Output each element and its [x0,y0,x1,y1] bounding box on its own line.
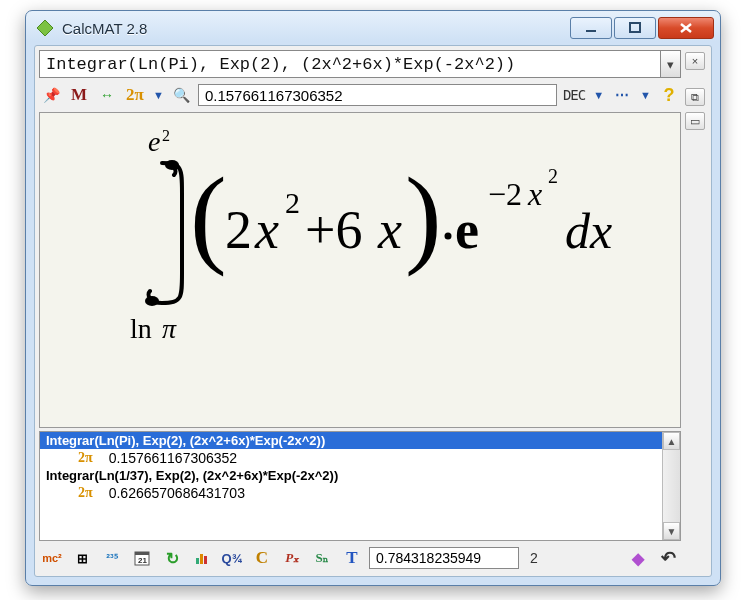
more-button[interactable]: ⋯ [610,84,634,106]
svg-point-8 [145,296,159,306]
twopi-icon: 2π [78,450,93,466]
svg-text:x: x [254,200,279,260]
more-dropdown[interactable]: ▼ [638,89,653,101]
mode-label[interactable]: DEC [561,84,587,106]
window-controls [568,17,714,39]
window-title: CalcMAT 2.8 [62,20,560,37]
Px-button[interactable]: Pₓ [279,547,305,569]
top-toolbar: 📌 M ↔ 2π ▼ 🔍 DEC ▼ ⋯ ▼ ? [39,81,681,109]
Q-button[interactable]: Q¾ [219,547,245,569]
svg-rect-1 [586,30,596,32]
twopi-dropdown[interactable]: ▼ [151,89,166,101]
redo-button[interactable]: ↻ [159,547,185,569]
svg-rect-28 [200,554,203,564]
grid-button[interactable]: ⊞ [69,547,95,569]
side-copy-button[interactable]: ⧉ [685,88,705,106]
side-column: × ⧉ ▭ [685,50,707,572]
svg-text:e: e [148,126,160,157]
history-value-text: 0.157661167306352 [109,450,237,466]
resize-button[interactable]: ↔ [95,84,119,106]
svg-rect-29 [204,556,207,564]
svg-text:−2: −2 [488,176,522,212]
svg-text:21: 21 [138,556,147,565]
history-scrollbar[interactable]: ▲ ▼ [662,432,680,540]
scroll-down-button[interactable]: ▼ [663,522,680,540]
svg-text:2: 2 [162,127,170,144]
T-button[interactable]: T [339,547,365,569]
calendar-button[interactable]: 21 [129,547,155,569]
math-rendering: e 2 ln π ( 2 x 2 +6 x [90,123,670,353]
history-item-expr[interactable]: Integrar(Ln(1/37), Exp(2), (2x^2+6x)*Exp… [40,467,680,484]
scroll-track[interactable] [663,450,680,522]
svg-text:x: x [527,176,542,212]
svg-text:2: 2 [225,200,252,260]
formula-dropdown-button[interactable]: ▾ [661,50,681,78]
formula-bar: ▾ [39,50,681,78]
side-mini-button[interactable]: ▭ [685,112,705,130]
minimize-button[interactable] [570,17,612,39]
history-item-expr[interactable]: Integrar(Ln(Pi), Exp(2), (2x^2+6x)*Exp(-… [40,432,680,449]
svg-point-18 [445,233,452,240]
undo-button[interactable]: ↶ [655,547,681,569]
bottom-toolbar: mc² ⊞ ²³⁵ 21 ↻ Q¾ C Pₓ Sₙ T 2 ◆ ↶ [39,544,681,572]
client-area: ▾ 📌 M ↔ 2π ▼ 🔍 DEC ▼ ⋯ ▼ ? [34,45,712,577]
formula-input[interactable] [39,50,661,78]
app-icon [36,19,54,37]
mc2-button[interactable]: mc² [39,547,65,569]
C-button[interactable]: C [249,547,275,569]
stats-button[interactable] [189,547,215,569]
svg-text:π: π [162,313,177,344]
numbers-button[interactable]: ²³⁵ [99,547,125,569]
pin-button[interactable]: 📌 [39,84,63,106]
titlebar: CalcMAT 2.8 [26,11,720,45]
maximize-button[interactable] [614,17,656,39]
scroll-up-button[interactable]: ▲ [663,432,680,450]
svg-point-7 [165,160,179,170]
main-column: ▾ 📌 M ↔ 2π ▼ 🔍 DEC ▼ ⋯ ▼ ? [39,50,681,572]
magnify-button[interactable]: 🔍 [170,84,194,106]
clear-button[interactable]: ◆ [625,547,651,569]
app-window: CalcMAT 2.8 ▾ 📌 M ↔ [25,10,721,586]
svg-marker-0 [37,20,53,36]
page-number: 2 [523,550,545,566]
svg-text:(: ( [190,155,227,277]
help-button[interactable]: ? [657,84,681,106]
Sn-button[interactable]: Sₙ [309,547,335,569]
svg-text:): ) [405,155,442,277]
svg-text:+6: +6 [305,200,362,260]
history-panel: Integrar(Ln(Pi), Exp(2), (2x^2+6x)*Exp(-… [39,431,681,541]
history-item-value[interactable]: 2π 0.157661167306352 [40,449,680,467]
mode-dropdown[interactable]: ▼ [591,89,606,101]
svg-text:ln: ln [130,313,152,344]
history-list: Integrar(Ln(Pi), Exp(2), (2x^2+6x)*Exp(-… [40,432,680,502]
memory-button[interactable]: M [67,84,91,106]
math-display: e 2 ln π ( 2 x 2 +6 x [39,112,681,428]
svg-rect-2 [630,23,640,32]
svg-text:2: 2 [548,165,558,187]
svg-text:2: 2 [285,186,300,219]
twopi-icon: 2π [78,485,93,501]
result-field[interactable] [198,84,557,106]
svg-rect-27 [196,558,199,564]
svg-text:x: x [377,200,402,260]
svg-rect-25 [135,552,149,555]
svg-text:e: e [455,200,479,260]
svg-text:dx: dx [565,203,612,259]
history-item-value[interactable]: 2π 0.6266570686431703 [40,484,680,502]
bottom-value-field[interactable] [369,547,519,569]
twopi-button[interactable]: 2π [123,84,147,106]
history-value-text: 0.6266570686431703 [109,485,245,501]
close-button[interactable] [658,17,714,39]
side-close-button[interactable]: × [685,52,705,70]
